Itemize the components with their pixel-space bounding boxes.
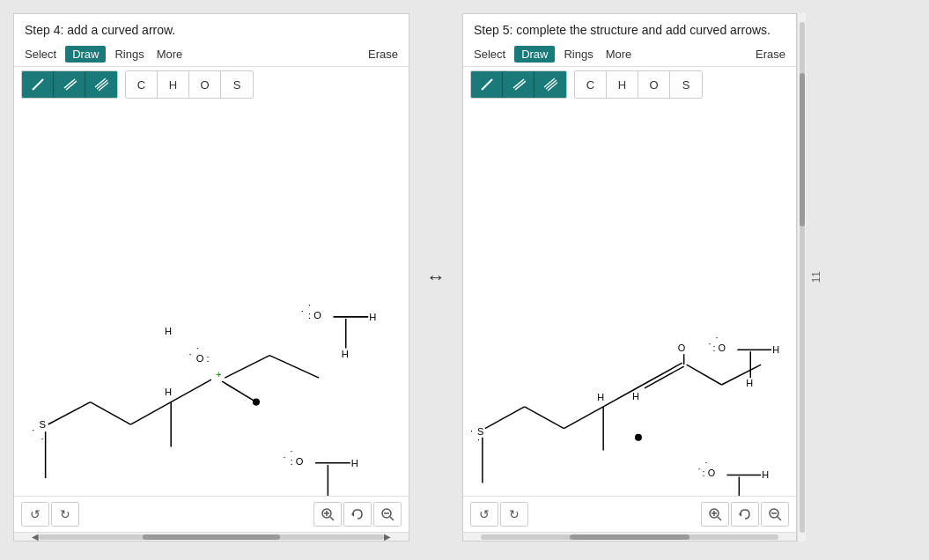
molecule-svg-2: · · S H O (463, 102, 796, 496)
svg-line-18 (225, 356, 269, 378)
svg-text:H: H (165, 326, 172, 336)
sulfur-btn-2[interactable]: S (670, 71, 702, 98)
scrollbar-track-h-2[interactable] (481, 534, 778, 540)
redo-btn-2[interactable]: ↻ (500, 502, 528, 527)
single-bond-btn-1[interactable] (22, 71, 54, 98)
svg-text:O: O (678, 343, 686, 353)
scrollbar-v[interactable] (797, 13, 806, 542)
panel-2-title: Step 5: complete the structure and add c… (463, 14, 796, 42)
scrollbar-thumb-h-1 (143, 534, 281, 540)
double-bond-btn-1[interactable] (54, 71, 85, 98)
undo-btn-2[interactable]: ↺ (470, 502, 498, 527)
svg-line-12 (130, 402, 171, 424)
rings-button-2[interactable]: Rings (560, 46, 596, 63)
side-number: 11 (806, 13, 827, 542)
svg-line-15 (171, 379, 211, 402)
svg-text:·: · (470, 425, 473, 436)
rings-button-1[interactable]: Rings (111, 46, 147, 63)
zoom-out-btn-2[interactable] (761, 502, 789, 527)
step-number-label: 11 (810, 271, 822, 283)
carbon-btn-1[interactable]: C (126, 71, 158, 98)
svg-line-58 (525, 407, 564, 429)
toolbar-1: Select Draw Rings More Erase (14, 42, 409, 67)
hydrogen-btn-1[interactable]: H (158, 71, 189, 98)
panel-1-title: Step 4: add a curved arrow. (14, 14, 409, 42)
atom-group-2: C H O S (574, 70, 703, 99)
single-bond-btn-2[interactable] (471, 71, 503, 98)
svg-text:H: H (342, 349, 349, 359)
hydrogen-btn-2[interactable]: H (607, 71, 638, 98)
molecule-svg-1: · · S H + H (14, 102, 409, 496)
atom-group-1: C H O S (125, 70, 254, 99)
bottom-controls-2: ↺ ↻ (463, 496, 796, 532)
more-button-2[interactable]: More (602, 46, 636, 63)
undo-btn-1[interactable]: ↺ (21, 502, 49, 527)
svg-text:: O: : O (291, 456, 304, 467)
oxygen-btn-1[interactable]: O (189, 71, 221, 98)
more-button-1[interactable]: More (153, 46, 187, 63)
scrollbar-h-1[interactable]: ◀ ▶ (14, 532, 409, 541)
toolbar-2: Select Draw Rings More Erase (463, 42, 796, 67)
right-side: Step 5: complete the structure and add c… (462, 13, 827, 542)
svg-text:·: · (715, 332, 718, 343)
carbon-btn-2[interactable]: C (575, 71, 607, 98)
scrollbar-thumb-h-2 (570, 534, 689, 540)
zoom-out-btn-1[interactable] (373, 502, 402, 527)
svg-text:·: · (196, 343, 199, 353)
zoom-reset-btn-1[interactable] (343, 502, 372, 527)
svg-text:H: H (746, 378, 753, 388)
erase-button-2[interactable]: Erase (752, 46, 789, 63)
bottom-controls-1: ↺ ↻ (14, 496, 409, 532)
svg-line-67 (687, 365, 722, 385)
canvas-2[interactable]: · · S H O (463, 102, 796, 496)
svg-text:·: · (301, 306, 304, 316)
svg-text:: O: : O (703, 468, 716, 478)
redo-btn-1[interactable]: ↻ (51, 502, 79, 527)
scrollbar-v-track[interactable] (800, 22, 805, 533)
svg-line-19 (269, 356, 319, 378)
svg-text:·: · (698, 463, 701, 474)
zoom-in-btn-2[interactable] (701, 502, 729, 527)
svg-line-63 (643, 363, 682, 385)
svg-text:·: · (291, 446, 293, 456)
zoom-in-btn-1[interactable] (313, 502, 342, 527)
svg-line-64 (645, 366, 684, 388)
draw-button-2[interactable]: Draw (514, 46, 555, 63)
erase-button-1[interactable]: Erase (365, 46, 402, 63)
scrollbar-track-h-1[interactable] (39, 534, 384, 540)
svg-text:·: · (32, 424, 34, 435)
draw-button-1[interactable]: Draw (65, 46, 106, 63)
svg-text:H: H (165, 387, 172, 397)
svg-point-38 (253, 399, 260, 406)
svg-line-68 (721, 365, 761, 385)
svg-line-40 (330, 517, 334, 520)
svg-text:H: H (762, 469, 769, 480)
svg-line-91 (778, 517, 781, 520)
sulfur-btn-1[interactable]: S (221, 71, 253, 98)
scrollbar-h-2[interactable] (463, 532, 796, 541)
oxygen-btn-2[interactable]: O (638, 71, 670, 98)
select-button-1[interactable]: Select (21, 46, 60, 63)
svg-line-59 (564, 407, 603, 429)
svg-text:O :: O : (196, 353, 210, 364)
canvas-1[interactable]: · · S H + H (14, 102, 409, 496)
svg-text:·: · (709, 338, 711, 349)
svg-text:H: H (369, 312, 376, 322)
svg-text:·: · (308, 299, 311, 310)
svg-text:H: H (351, 458, 358, 468)
undo-redo-group-2: ↺ ↻ (470, 502, 528, 527)
bond-toolbar-1: C H O S (14, 67, 409, 102)
bond-group-2 (470, 70, 567, 99)
scrollbar-v-thumb (800, 73, 805, 226)
triple-bond-btn-1[interactable] (85, 71, 117, 98)
svg-text:S: S (40, 419, 46, 430)
svg-line-86 (718, 517, 721, 520)
svg-text:H: H (597, 392, 604, 402)
svg-line-57 (485, 407, 525, 429)
svg-text:+: + (216, 369, 222, 379)
select-button-2[interactable]: Select (470, 46, 509, 63)
double-bond-btn-2[interactable] (503, 71, 535, 98)
svg-line-17 (222, 381, 256, 402)
triple-bond-btn-2[interactable] (535, 71, 566, 98)
zoom-reset-btn-2[interactable] (731, 502, 759, 527)
